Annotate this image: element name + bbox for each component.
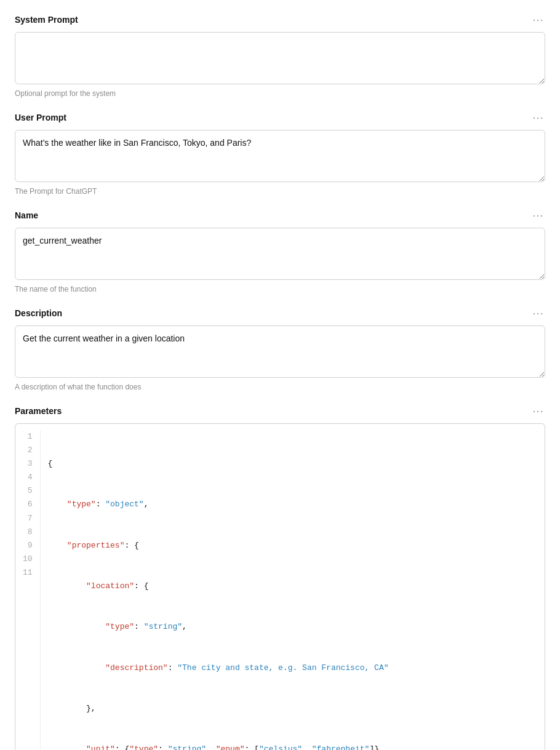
parameters-more-icon[interactable]: ⋯ [530, 404, 545, 418]
user-prompt-hint: The Prompt for ChatGPT [15, 187, 545, 196]
parameters-editor[interactable]: 1 2 3 4 5 6 7 8 9 10 11 { "type": "objec… [15, 423, 545, 750]
description-header: Description ⋯ [15, 306, 545, 321]
user-prompt-header: User Prompt ⋯ [15, 110, 545, 125]
description-title: Description [15, 308, 62, 318]
parameters-title: Parameters [15, 406, 62, 416]
system-prompt-hint: Optional prompt for the system [15, 89, 545, 98]
description-section: Description ⋯ Get the current weather in… [15, 306, 545, 391]
user-prompt-section: User Prompt ⋯ What's the weather like in… [15, 110, 545, 196]
user-prompt-title: User Prompt [15, 113, 66, 122]
description-hint: A description of what the function does [15, 383, 545, 391]
system-prompt-input[interactable] [15, 32, 545, 84]
system-prompt-header: System Prompt ⋯ [15, 12, 545, 27]
name-section: Name ⋯ get_current_weather The name of t… [15, 208, 545, 293]
page-container: System Prompt ⋯ Optional prompt for the … [0, 0, 560, 750]
system-prompt-title: System Prompt [15, 15, 78, 25]
parameters-header: Parameters ⋯ [15, 404, 545, 418]
system-prompt-section: System Prompt ⋯ Optional prompt for the … [15, 12, 545, 98]
system-prompt-more-icon[interactable]: ⋯ [530, 12, 545, 27]
name-hint: The name of the function [15, 285, 545, 293]
user-prompt-input[interactable]: What's the weather like in San Francisco… [15, 130, 545, 182]
name-input[interactable]: get_current_weather [15, 228, 545, 280]
user-prompt-more-icon[interactable]: ⋯ [530, 110, 545, 125]
name-header: Name ⋯ [15, 208, 545, 223]
description-input[interactable]: Get the current weather in a given locat… [15, 325, 545, 378]
description-more-icon[interactable]: ⋯ [530, 306, 545, 321]
name-title: Name [15, 210, 38, 220]
line-numbers: 1 2 3 4 5 6 7 8 9 10 11 [15, 430, 41, 750]
code-content: { "type": "object", "properties": { "loc… [41, 430, 545, 750]
name-more-icon[interactable]: ⋯ [530, 208, 545, 223]
parameters-section: Parameters ⋯ 1 2 3 4 5 6 7 8 9 10 11 [15, 404, 545, 750]
